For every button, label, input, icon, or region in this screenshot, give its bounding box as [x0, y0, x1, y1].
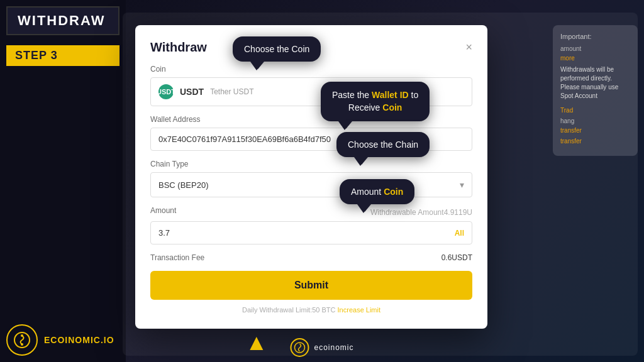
logo-circle-icon	[6, 324, 38, 356]
bubble-amount-highlight: Coin	[384, 187, 403, 197]
bubble-wallet-line2: Receive Coin	[348, 102, 402, 112]
amount-right: amount	[560, 45, 630, 52]
chain-name: BSC (BEP20)	[158, 180, 208, 190]
bubble-amount-pre: Amount	[351, 187, 384, 197]
step-text: STEP 3	[15, 49, 58, 62]
fee-label: Transaction Fee	[150, 253, 204, 262]
submit-button[interactable]: Submit	[150, 271, 472, 300]
amount-value: 3.7	[158, 228, 170, 238]
withdraw-title: WITHDRAW	[6, 6, 119, 35]
chain-select[interactable]: BSC (BEP20)	[150, 172, 472, 197]
fee-row: Transaction Fee 0.6USDT	[150, 253, 472, 262]
bottom-logo: ecoinomic	[290, 338, 353, 357]
chevron-down-icon	[460, 179, 464, 190]
important-description: Withdrawals will be performed directly. …	[560, 65, 630, 101]
close-button[interactable]: ×	[465, 41, 472, 54]
arrow-up-icon	[245, 329, 268, 356]
receive-highlight: Coin	[382, 102, 402, 112]
hang-item: hang	[560, 118, 630, 124]
transfer2-link[interactable]: transfer	[560, 138, 630, 145]
daily-limit: Daily Withdrawal Limit:50 BTC Increase L…	[150, 306, 472, 314]
bubble-chain: Choose the Chain	[336, 132, 430, 157]
bubble-coin-text: Choose the Coin	[244, 44, 309, 54]
bottom-logo-circle-icon	[290, 338, 309, 357]
amount-input-wrap[interactable]: 3.7 All	[150, 221, 472, 244]
svg-point-1	[21, 334, 23, 337]
withdraw-modal: Withdraw × Coin USDT USDT Tether USDT Wa…	[135, 25, 487, 329]
logo-area: ECOINOMIC.IO	[6, 324, 114, 356]
increase-limit-link[interactable]: Increase Limit	[338, 306, 380, 314]
bubble-wallet-line1: Paste the Wallet ID to	[332, 90, 418, 100]
bubble-coin: Choose the Coin	[233, 36, 321, 62]
bubble-wallet: Paste the Wallet ID to Receive Coin	[321, 82, 430, 121]
amount-label: Amount	[150, 206, 176, 215]
logo-text-label: ECOINOMIC	[44, 335, 101, 345]
chain-label: Chain Type	[150, 160, 472, 168]
coin-name: USDT	[180, 87, 204, 97]
transfer-link[interactable]: transfer	[560, 127, 630, 134]
coin-label: Coin	[150, 65, 472, 74]
left-sidebar: WITHDRAW STEP 3 ECOINOMIC.IO	[0, 0, 126, 362]
right-panel: Important: amount more Withdrawals will …	[553, 25, 638, 156]
wallet-highlight: Wallet ID	[372, 90, 409, 100]
amount-header-row: Amount Withdrawable Amount4.9119U	[150, 206, 472, 219]
coin-full-name: Tether USDT	[210, 87, 253, 96]
svg-point-2	[21, 343, 23, 346]
all-button[interactable]: All	[455, 229, 464, 238]
amount-group: Amount Withdrawable Amount4.9119U 3.7 Al…	[150, 206, 472, 244]
coin-symbol: USDT	[157, 88, 175, 96]
coin-icon: USDT	[158, 84, 174, 99]
step-badge: STEP 3	[6, 45, 119, 66]
bubble-amount: Amount Coin	[340, 179, 414, 204]
bubble-chain-text: Choose the Chain	[348, 140, 418, 150]
important-label: Important:	[560, 33, 630, 40]
logo-text: ECOINOMIC.IO	[44, 335, 114, 345]
more-link[interactable]: more	[560, 55, 630, 62]
fee-value: 0.6USDT	[441, 253, 472, 262]
chain-group: Chain Type BSC (BEP20)	[150, 160, 472, 197]
daily-limit-text: Daily Withdrawal Limit:50 BTC	[242, 306, 336, 314]
modal-title: Withdraw	[150, 40, 207, 55]
withdraw-title-text: WITHDRAW	[18, 13, 105, 28]
bottom-logo-text: ecoinomic	[314, 343, 353, 352]
withdrawable-amount: Withdrawable Amount4.9119U	[370, 208, 472, 217]
trade-link[interactable]: Trad	[560, 107, 630, 114]
